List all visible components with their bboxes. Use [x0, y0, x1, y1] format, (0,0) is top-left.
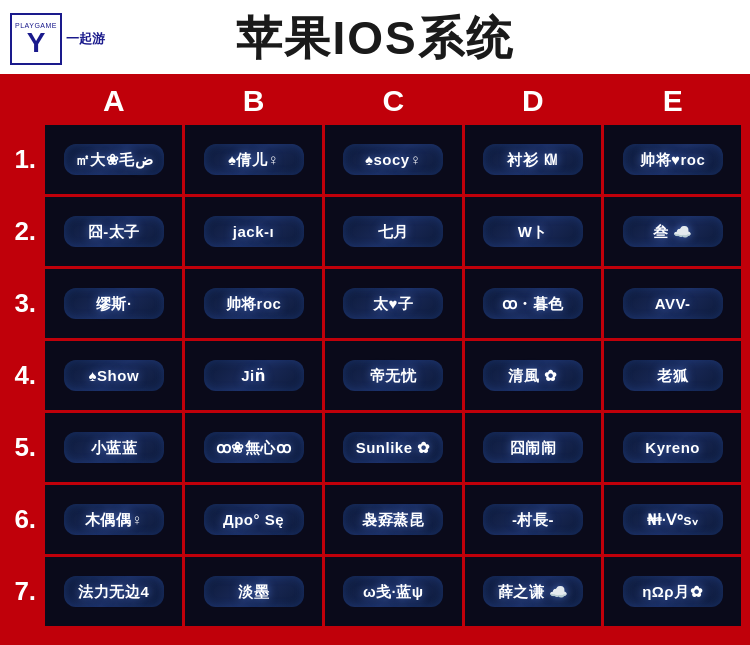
name-badge-2-3: 七月 — [343, 216, 443, 248]
page-title: 苹果IOS系统 — [236, 8, 513, 70]
name-badge-7-3: ω戋·蓝ψ — [343, 576, 443, 608]
name-badge-4-3: 帝无忧 — [343, 360, 443, 392]
cell-4-3: 帝无忧 — [323, 340, 463, 412]
name-badge-4-4: 清風 ✿ — [483, 360, 583, 392]
row-num-3: 3. — [7, 268, 44, 340]
row-num-5: 5. — [7, 412, 44, 484]
name-badge-5-2: ꝏ❀無心ꝏ — [204, 432, 304, 464]
name-badge-5-3: Sunlike ✿ — [343, 432, 443, 464]
cell-6-4: -村長- — [463, 484, 603, 556]
name-badge-1-5: 帅将♥roc — [623, 144, 723, 176]
cell-1-2: ♠倩儿♀ — [184, 124, 324, 196]
name-badge-7-1: 法力无边4 — [64, 576, 164, 608]
cell-2-5: 叁 ☁️ — [603, 196, 743, 268]
cell-6-3: 袅孬蒸昆 — [323, 484, 463, 556]
header: PLAYGAME Y 一起游 苹果IOS系统 — [0, 0, 750, 74]
row-num-7: 7. — [7, 556, 44, 628]
col-empty — [7, 79, 44, 124]
cell-7-5: ηΩρ月✿ — [603, 556, 743, 628]
row-num-2: 2. — [7, 196, 44, 268]
cell-5-3: Sunlike ✿ — [323, 412, 463, 484]
col-d: D — [463, 79, 603, 124]
name-badge-3-3: 太♥子 — [343, 288, 443, 320]
logo-area: PLAYGAME Y 一起游 — [10, 13, 105, 65]
row-num-4: 4. — [7, 340, 44, 412]
name-badge-3-1: 缪斯· — [64, 288, 164, 320]
name-badge-6-2: Дрo° Sę — [204, 504, 304, 536]
name-badge-6-1: 木偶偶♀ — [64, 504, 164, 536]
cell-3-5: AVV- — [603, 268, 743, 340]
row-num-6: 6. — [7, 484, 44, 556]
cell-1-5: 帅将♥roc — [603, 124, 743, 196]
name-badge-2-1: 囧-太子 — [64, 216, 164, 248]
name-badge-2-5: 叁 ☁️ — [623, 216, 723, 248]
name-badge-5-1: 小蓝蓝 — [64, 432, 164, 464]
cell-1-1: ㎡大❀毛ض — [44, 124, 184, 196]
name-badge-2-4: Wト — [483, 216, 583, 248]
cell-6-2: Дрo° Sę — [184, 484, 324, 556]
row-num-1: 1. — [7, 124, 44, 196]
cell-7-2: 淡墨 — [184, 556, 324, 628]
name-badge-5-5: Kyreno — [623, 432, 723, 464]
cell-3-4: ꝏ・暮色 — [463, 268, 603, 340]
name-badge-3-2: 帅将roc — [204, 288, 304, 320]
cell-5-2: ꝏ❀無心ꝏ — [184, 412, 324, 484]
logo-y: Y — [27, 29, 46, 57]
cell-5-5: Kyreno — [603, 412, 743, 484]
col-e: E — [603, 79, 743, 124]
logo-box: PLAYGAME Y — [10, 13, 62, 65]
name-badge-7-2: 淡墨 — [204, 576, 304, 608]
name-badge-1-4: 衬衫 ㏎ — [483, 144, 583, 176]
name-badge-6-3: 袅孬蒸昆 — [343, 504, 443, 536]
cell-7-3: ω戋·蓝ψ — [323, 556, 463, 628]
name-badge-6-5: ₦ⱡ·Ⅴᵒsᵥ — [623, 504, 723, 536]
name-badge-4-5: 老狐 — [623, 360, 723, 392]
name-badge-2-2: jack-ı — [204, 216, 304, 248]
cell-5-4: 囧闹闹 — [463, 412, 603, 484]
cell-2-2: jack-ı — [184, 196, 324, 268]
cell-4-5: 老狐 — [603, 340, 743, 412]
name-badge-1-1: ㎡大❀毛ض — [64, 144, 164, 176]
name-badge-5-4: 囧闹闹 — [483, 432, 583, 464]
name-badge-1-2: ♠倩儿♀ — [204, 144, 304, 176]
col-a: A — [44, 79, 184, 124]
cell-7-4: 薛之谦 ☁️ — [463, 556, 603, 628]
cell-2-4: Wト — [463, 196, 603, 268]
cell-1-3: ♠socy♀ — [323, 124, 463, 196]
cell-5-1: 小蓝蓝 — [44, 412, 184, 484]
logo-subtitle: 一起游 — [66, 30, 105, 48]
cell-4-4: 清風 ✿ — [463, 340, 603, 412]
col-b: B — [184, 79, 324, 124]
cell-7-1: 法力无边4 — [44, 556, 184, 628]
name-badge-3-4: ꝏ・暮色 — [483, 288, 583, 320]
name-badge-7-5: ηΩρ月✿ — [623, 576, 723, 608]
name-badge-1-3: ♠socy♀ — [343, 144, 443, 176]
cell-4-2: Jin̈ — [184, 340, 324, 412]
col-c: C — [323, 79, 463, 124]
cell-1-4: 衬衫 ㏎ — [463, 124, 603, 196]
name-badge-6-4: -村長- — [483, 504, 583, 536]
cell-4-1: ♠Show — [44, 340, 184, 412]
table-container: A B C D E 1.㎡大❀毛ض♠倩儿♀♠socy♀衬衫 ㏎帅将♥roc2.囧… — [0, 74, 750, 633]
cell-3-2: 帅将roc — [184, 268, 324, 340]
cell-3-3: 太♥子 — [323, 268, 463, 340]
cell-2-3: 七月 — [323, 196, 463, 268]
names-table: A B C D E 1.㎡大❀毛ض♠倩儿♀♠socy♀衬衫 ㏎帅将♥roc2.囧… — [6, 78, 744, 629]
name-badge-3-5: AVV- — [623, 288, 723, 320]
cell-3-1: 缪斯· — [44, 268, 184, 340]
name-badge-4-2: Jin̈ — [204, 360, 304, 392]
cell-6-5: ₦ⱡ·Ⅴᵒsᵥ — [603, 484, 743, 556]
name-badge-7-4: 薛之谦 ☁️ — [483, 576, 583, 608]
cell-6-1: 木偶偶♀ — [44, 484, 184, 556]
name-badge-4-1: ♠Show — [64, 360, 164, 392]
cell-2-1: 囧-太子 — [44, 196, 184, 268]
